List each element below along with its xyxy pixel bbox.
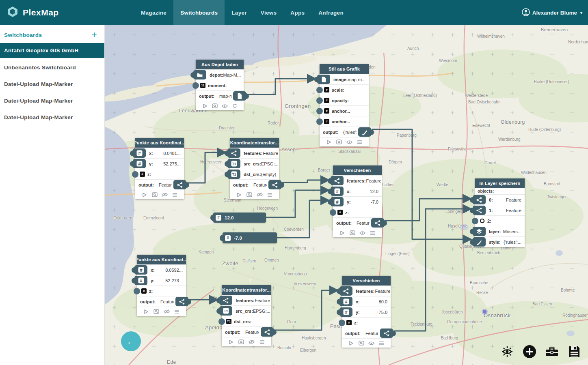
unconnected-port[interactable] [134,288,140,294]
node-row-src_crs[interactable]: T1src_crs:EPSG:... [230,158,279,169]
play-icon[interactable] [348,341,354,346]
play-icon[interactable] [339,230,345,236]
node-row-style[interactable]: style:{'rules':... [475,236,525,247]
node-punkte-aus-koordinaten-1[interactable]: Punkte aus Koordinat...#x:8.0481...#y:52… [135,138,184,199]
input-port-share-icon[interactable] [219,296,232,305]
input-port-share-icon[interactable] [227,148,240,158]
node-row-output[interactable]: output:Feature [222,326,271,337]
nav-item-magazine[interactable]: Magazine [134,0,173,25]
sidebar-item-unbenanntes-switchboard[interactable]: Unbenanntes Switchboard [0,60,104,75]
row-value[interactable]: {'rules':... [343,130,357,135]
node-row-y[interactable]: #y:-75.0 [342,307,391,317]
eye-icon[interactable] [222,103,228,109]
node-row-z[interactable]: #z: [137,286,186,296]
input-port-hash-icon[interactable]: # [134,265,147,275]
node-row-depot[interactable]: depot:Map-M... [196,69,244,80]
unconnected-port[interactable] [132,171,138,178]
play-icon[interactable] [228,339,234,345]
row-value[interactable]: Mösers... [503,229,525,234]
unconnected-port[interactable] [330,209,336,216]
input-port-share-icon[interactable] [473,206,486,215]
node-title[interactable]: Stil aus Grafik [320,64,369,74]
inspect-icon[interactable] [153,309,159,314]
unconnected-port[interactable] [316,108,323,114]
input-port-layers-icon[interactable] [473,227,486,236]
brand[interactable]: PlexMap [6,0,59,25]
output-port-share-icon[interactable] [175,297,188,306]
save-button[interactable] [567,345,582,360]
node-row-y[interactable]: #y:52.275... [135,158,184,169]
unconnected-port[interactable] [339,320,345,326]
node-title[interactable]: Punkte aus Koordinat... [137,255,186,264]
nav-item-anfragen[interactable]: Anfragen [311,0,350,25]
refresh-icon[interactable] [231,103,238,109]
output-port-file-icon[interactable] [233,91,246,101]
row-value[interactable]: Map-M... [223,73,244,77]
input-port-share-icon[interactable] [339,286,352,296]
unconnected-port[interactable] [218,318,225,325]
node-row-1[interactable]: 1:Feature [475,205,525,215]
node-row-output[interactable]: output:map-m... [196,90,244,101]
node-row-features[interactable]: features:Feature [230,148,279,158]
node-row-features[interactable]: features:Feature [333,175,382,186]
output-port-share-icon[interactable] [173,180,186,189]
sidebar-item-datei-upload-3[interactable]: Datei-Upload Map-Marker [0,110,104,125]
node-aus-depot-laden[interactable]: Aus Depot ladendepot:Map-M...11moment:ou… [196,60,244,110]
node-row-opacity[interactable]: #opacity: [320,95,369,105]
inspect-icon[interactable] [358,341,364,346]
nav-item-apps[interactable]: Apps [283,0,311,25]
input-port-share-icon[interactable] [473,195,486,204]
node-koordinatentransformation-2[interactable]: Koordinatentransfor...features:FeatureT1… [222,285,271,346]
list-icon[interactable] [378,341,385,346]
input-port-hash-icon[interactable]: # [133,159,146,168]
row-value[interactable]: EPSG:... [253,309,271,313]
node-row-output[interactable]: output:Feature [333,217,382,228]
eye-off-icon[interactable] [162,192,168,198]
node-row-features[interactable]: features:Feature [342,286,391,296]
node-verschieben-2[interactable]: Verschiebenfeatures:Feature#x:80.0#y:-75… [342,276,391,348]
node-row-z[interactable]: #z: [342,317,391,328]
input-port-file-icon[interactable] [317,75,330,84]
row-value[interactable]: {'rules':... [504,240,525,245]
node-row-z[interactable]: #z: [135,169,184,179]
switchboard-canvas[interactable]: BremerhavenWilhelmshavenNordenhamAurichW… [104,25,588,365]
node-row-0[interactable]: 0:Feature [475,195,525,205]
node-row-2[interactable]: 2: [475,215,525,226]
node-row-output[interactable]: output:Feature [135,179,184,190]
row-value[interactable]: 12.0 [370,189,382,194]
node-title[interactable]: In Layer speichern [475,178,525,188]
eye-icon[interactable] [346,140,352,145]
eye-off-icon[interactable] [249,339,255,345]
row-value[interactable]: Feature [253,182,267,187]
node-row-output[interactable]: output:Feature [342,328,391,338]
node-row-x[interactable]: #x:8.0481... [135,148,184,158]
inspect-icon[interactable] [212,103,218,109]
unconnected-port[interactable] [316,87,323,93]
add-switchboard-button[interactable]: + [91,32,97,38]
node-row-dst_crs[interactable]: T1dst_crs:(empty) [230,169,279,179]
row-value[interactable]: Feature [365,331,378,336]
unconnected-port[interactable] [192,82,199,89]
node-row-output[interactable]: output:Feature [230,179,279,190]
output-port-share-icon[interactable] [371,218,384,228]
value-pill[interactable]: #-7.0 [223,232,277,243]
input-port-hash-icon[interactable]: # [134,276,147,285]
row-value[interactable]: Feature [159,182,172,187]
row-value[interactable]: EPSG:... [261,161,279,166]
list-icon[interactable] [174,309,180,314]
input-port-hash-icon[interactable]: # [339,297,352,306]
inspect-icon[interactable] [151,192,158,198]
row-value[interactable]: 8.0481... [163,151,184,156]
inspect-icon[interactable] [349,230,355,236]
node-row-output[interactable]: output:Feature [137,296,186,307]
play-icon[interactable] [236,192,242,198]
eye-off-icon[interactable] [164,309,170,314]
node-in-layer-speichern[interactable]: In Layer speichernobjects:0:Feature1:Fea… [475,178,525,247]
play-icon[interactable] [141,192,147,198]
row-value[interactable]: 52.275... [163,161,184,166]
node-title[interactable]: Punkte aus Koordinat... [135,138,184,148]
inspect-icon[interactable] [246,192,252,198]
row-value[interactable]: (empty) [261,172,279,177]
play-icon[interactable] [326,140,332,145]
node-row-y[interactable]: #y:52.273... [137,275,186,286]
